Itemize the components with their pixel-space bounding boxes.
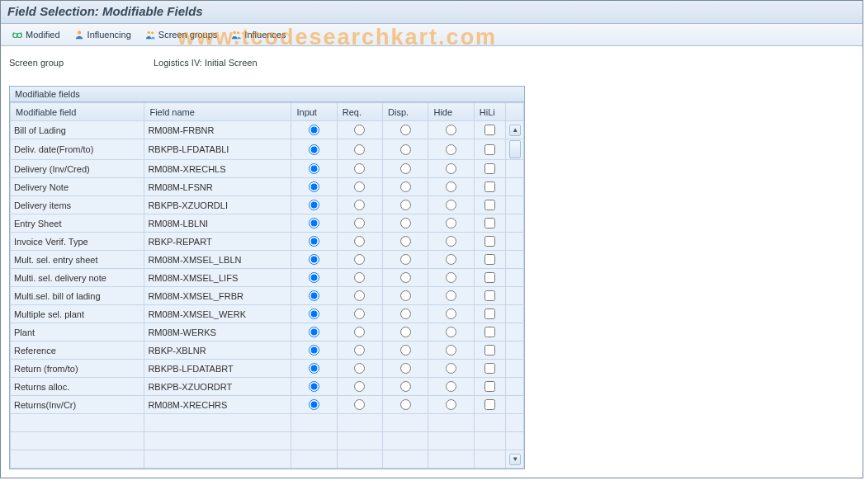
radio-hide[interactable] [446, 218, 456, 228]
checkbox-hili[interactable] [484, 399, 495, 410]
radio-hide[interactable] [446, 236, 456, 247]
radio-input[interactable] [309, 125, 319, 135]
radio-req[interactable] [354, 290, 365, 301]
radio-req[interactable] [354, 125, 365, 135]
checkbox-hili[interactable] [484, 163, 495, 174]
radio-input[interactable] [309, 218, 319, 228]
radio-disp[interactable] [400, 163, 411, 174]
radio-hide[interactable] [446, 381, 456, 392]
checkbox-hili[interactable] [484, 290, 495, 301]
checkbox-hili[interactable] [484, 309, 495, 319]
radio-req[interactable] [354, 309, 365, 319]
radio-disp[interactable] [400, 125, 411, 135]
radio-req[interactable] [354, 381, 365, 392]
scroll-track[interactable] [506, 160, 524, 178]
checkbox-hili[interactable] [484, 200, 495, 210]
modified-button[interactable]: Modified [6, 26, 66, 43]
checkbox-hili[interactable] [484, 218, 495, 228]
checkbox-hili[interactable] [484, 272, 495, 283]
scroll-track[interactable] [506, 341, 524, 360]
radio-disp[interactable] [400, 272, 411, 283]
radio-req[interactable] [354, 200, 365, 210]
col-header-hide[interactable]: Hide [428, 103, 474, 121]
checkbox-hili[interactable] [484, 144, 495, 155]
radio-disp[interactable] [400, 399, 411, 410]
radio-input[interactable] [309, 363, 319, 374]
col-header-hili[interactable]: HiLi [474, 103, 505, 121]
scroll-track[interactable] [506, 251, 524, 269]
col-header-req[interactable]: Req. [337, 103, 382, 121]
scroll-track[interactable] [506, 414, 524, 432]
radio-hide[interactable] [446, 399, 456, 410]
scroll-track[interactable] [506, 196, 524, 214]
radio-hide[interactable] [446, 254, 456, 265]
checkbox-hili[interactable] [484, 363, 495, 374]
checkbox-hili[interactable] [484, 125, 495, 135]
scroll-down-icon[interactable]: ▼ [509, 454, 521, 465]
radio-input[interactable] [309, 181, 319, 192]
checkbox-hili[interactable] [484, 236, 495, 247]
radio-hide[interactable] [446, 327, 456, 337]
radio-hide[interactable] [446, 125, 456, 135]
radio-disp[interactable] [400, 218, 411, 228]
radio-disp[interactable] [400, 327, 411, 337]
radio-req[interactable] [354, 163, 365, 174]
radio-input[interactable] [309, 399, 319, 410]
scroll-track[interactable] [506, 287, 524, 305]
screen-groups-button[interactable]: Screen groups [139, 26, 224, 43]
scroll-track[interactable] [506, 233, 524, 251]
scroll-track[interactable] [506, 396, 524, 414]
radio-disp[interactable] [400, 381, 411, 392]
radio-req[interactable] [354, 181, 365, 192]
radio-input[interactable] [309, 163, 319, 174]
radio-disp[interactable] [400, 236, 411, 247]
radio-req[interactable] [354, 327, 365, 337]
scroll-track[interactable] [506, 269, 524, 287]
radio-disp[interactable] [400, 254, 411, 265]
radio-disp[interactable] [400, 181, 411, 192]
checkbox-hili[interactable] [484, 345, 495, 356]
radio-disp[interactable] [400, 345, 411, 356]
radio-hide[interactable] [446, 181, 456, 192]
radio-hide[interactable] [446, 290, 456, 301]
radio-hide[interactable] [446, 163, 456, 174]
scroll-up-icon[interactable]: ▲ [509, 125, 521, 136]
checkbox-hili[interactable] [484, 327, 495, 337]
radio-hide[interactable] [446, 272, 456, 283]
radio-input[interactable] [309, 272, 319, 283]
influences-button[interactable]: Influences [225, 26, 291, 43]
scroll-track[interactable] [506, 360, 524, 378]
radio-input[interactable] [309, 327, 319, 337]
radio-input[interactable] [309, 200, 319, 210]
radio-hide[interactable] [446, 363, 456, 374]
radio-input[interactable] [309, 254, 319, 265]
radio-hide[interactable] [446, 309, 456, 319]
scroll-track[interactable] [506, 323, 524, 341]
col-header-input[interactable]: Input [291, 103, 337, 121]
radio-req[interactable] [354, 399, 365, 410]
radio-hide[interactable] [446, 200, 456, 210]
checkbox-hili[interactable] [484, 381, 495, 392]
radio-req[interactable] [354, 236, 365, 247]
scroll-track[interactable] [506, 178, 524, 196]
radio-hide[interactable] [446, 144, 456, 155]
radio-req[interactable] [354, 345, 365, 356]
scroll-track[interactable] [506, 378, 524, 396]
radio-req[interactable] [354, 144, 365, 155]
col-header-disp[interactable]: Disp. [383, 103, 428, 121]
radio-input[interactable] [309, 381, 319, 392]
radio-disp[interactable] [400, 144, 411, 155]
checkbox-hili[interactable] [484, 181, 495, 192]
radio-input[interactable] [309, 345, 319, 356]
radio-input[interactable] [309, 236, 319, 247]
scroll-thumb[interactable] [509, 140, 521, 158]
radio-req[interactable] [354, 363, 365, 374]
scroll-track[interactable] [506, 432, 524, 450]
radio-input[interactable] [309, 290, 319, 301]
col-header-name[interactable]: Field name [144, 103, 291, 121]
radio-req[interactable] [354, 254, 365, 265]
influencing-button[interactable]: Influencing [68, 26, 137, 43]
radio-disp[interactable] [400, 363, 411, 374]
radio-disp[interactable] [400, 200, 411, 210]
radio-req[interactable] [354, 218, 365, 228]
